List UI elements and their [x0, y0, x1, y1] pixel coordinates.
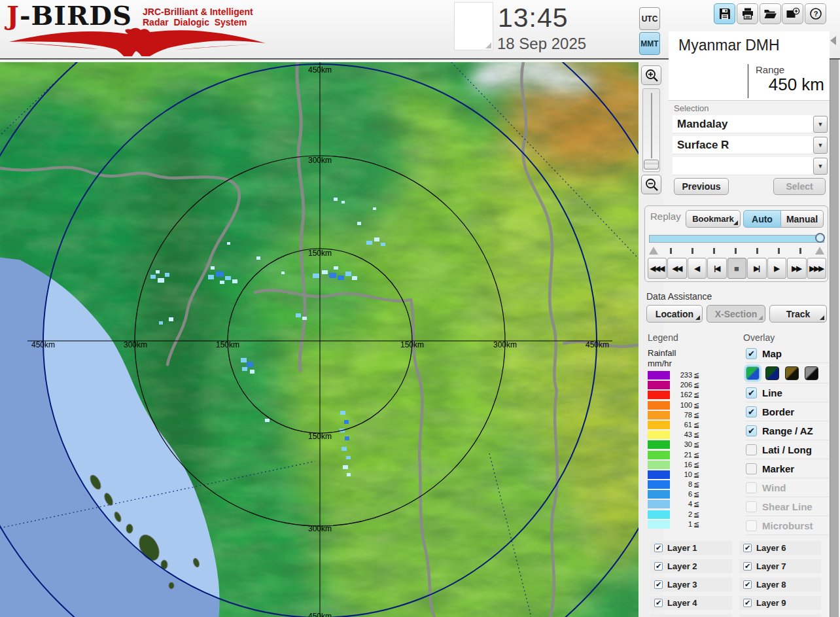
- overlay-item-label: Wind: [762, 482, 786, 493]
- ring-label: 300km: [308, 156, 332, 165]
- checkbox-icon[interactable]: [746, 444, 757, 455]
- zoom-out-button[interactable]: [641, 175, 661, 194]
- previous-button[interactable]: Previous: [674, 178, 729, 195]
- extra-dropdown-button[interactable]: ▼: [813, 158, 828, 175]
- export-image-button[interactable]: [782, 3, 803, 24]
- checkbox-icon[interactable]: ✔: [654, 562, 663, 571]
- selection-field-product[interactable]: Surface R: [673, 136, 814, 154]
- terrain-dark-blue-swatch[interactable]: [765, 366, 779, 380]
- terrain-gray-swatch[interactable]: [805, 366, 818, 380]
- rewind-button[interactable]: ◀◀: [667, 258, 686, 279]
- save-button[interactable]: [714, 3, 735, 24]
- layer-toggle-layer-10[interactable]: ✔Layer 10: [739, 614, 821, 617]
- layer-toggle-layer-4[interactable]: ✔Layer 4: [650, 596, 732, 610]
- terrain-color-swatch[interactable]: [746, 366, 760, 380]
- checkbox-icon[interactable]: [746, 501, 757, 512]
- checkbox-icon[interactable]: ✔: [746, 425, 757, 436]
- mmt-button[interactable]: MMT: [639, 32, 660, 55]
- overlay-options: ✔Map✔Line✔Border✔Range / AZLati / LongMa…: [746, 344, 829, 535]
- checkbox-icon[interactable]: ✔: [743, 599, 752, 607]
- overlay-item-map[interactable]: ✔Map: [746, 344, 829, 363]
- legend-color-swatch: [648, 391, 670, 399]
- selection-field-extra[interactable]: [673, 157, 814, 175]
- zoom-in-button[interactable]: [641, 65, 661, 85]
- replay-timeline-slider[interactable]: [649, 235, 824, 243]
- auto-button[interactable]: Auto: [743, 210, 781, 228]
- play-reverse-button[interactable]: ◀: [688, 258, 707, 279]
- range-end-marker[interactable]: [815, 247, 824, 255]
- xsection-button[interactable]: X-Section: [707, 305, 765, 323]
- product-dropdown-button[interactable]: ▼: [813, 137, 828, 154]
- rain-echo-cell: [338, 275, 344, 280]
- zoom-slider-thumb[interactable]: [644, 160, 659, 169]
- checkbox-icon[interactable]: ✔: [746, 387, 757, 398]
- overlay-item-shear-line[interactable]: Shear Line: [746, 497, 829, 516]
- legend-row: 30≦: [648, 440, 713, 450]
- step-forward-button[interactable]: ▶|: [747, 258, 766, 279]
- print-icon: [741, 7, 754, 20]
- legend-title: Legend: [648, 332, 678, 343]
- rain-echo-cell: [347, 473, 351, 476]
- overlay-item-border[interactable]: ✔Border: [746, 402, 829, 421]
- print-button[interactable]: [737, 3, 758, 24]
- timeline-tick: [713, 248, 715, 254]
- legend-row: 162≦: [648, 390, 713, 400]
- rain-echo-cell: [334, 266, 338, 270]
- manual-button[interactable]: Manual: [781, 210, 824, 228]
- play-button[interactable]: ▶: [767, 258, 786, 279]
- replay-slider-thumb[interactable]: [815, 233, 825, 243]
- bookmark-button[interactable]: Bookmark: [686, 210, 741, 228]
- overlay-item-microburst[interactable]: Microburst: [746, 516, 829, 535]
- checkbox-icon[interactable]: ✔: [743, 544, 752, 552]
- overlay-item-wind[interactable]: Wind: [746, 478, 829, 497]
- checkbox-icon[interactable]: ✔: [743, 580, 752, 589]
- radar-map[interactable]: 450km300km150km150km300km450km450km300km…: [0, 62, 639, 617]
- selection-field-site[interactable]: Mandalay: [673, 115, 814, 133]
- layer-toggle-layer-2[interactable]: ✔Layer 2: [650, 559, 732, 573]
- skip-forward-button[interactable]: ▶▶▶: [807, 258, 826, 279]
- overlay-item-lati-long[interactable]: Lati / Long: [746, 440, 829, 459]
- layer-toggle-layer-7[interactable]: ✔Layer 7: [739, 559, 821, 573]
- utc-button[interactable]: UTC: [639, 7, 660, 30]
- checkbox-icon[interactable]: [746, 520, 757, 531]
- legend-leq-symbol: ≦: [693, 421, 699, 429]
- checkbox-icon[interactable]: [746, 482, 757, 493]
- legend-value: 61: [671, 421, 692, 429]
- zoom-slider-track[interactable]: [642, 88, 660, 172]
- layer-toggle-layer-1[interactable]: ✔Layer 1: [650, 541, 732, 555]
- checkbox-icon[interactable]: ✔: [654, 544, 663, 552]
- rain-echo-cell: [227, 242, 230, 245]
- stop-button[interactable]: ■: [727, 258, 746, 279]
- site-dropdown-button[interactable]: ▼: [813, 116, 828, 133]
- rain-echo-cell: [250, 370, 254, 374]
- range-start-marker[interactable]: [649, 247, 658, 255]
- open-button[interactable]: [760, 3, 781, 24]
- layer-toggle-layer-5[interactable]: ✔Layer 5: [650, 614, 732, 617]
- checkbox-icon[interactable]: [746, 463, 757, 474]
- checkbox-icon[interactable]: ✔: [654, 599, 663, 607]
- layer-toggle-layer-8[interactable]: ✔Layer 8: [739, 578, 821, 591]
- select-button[interactable]: Select: [773, 178, 826, 195]
- rain-echo-cell: [281, 272, 285, 274]
- checkbox-icon[interactable]: ✔: [746, 406, 757, 417]
- layer-toggle-layer-3[interactable]: ✔Layer 3: [650, 578, 732, 591]
- checkbox-icon[interactable]: ✔: [654, 580, 663, 589]
- panel-collapse-arrow-icon[interactable]: [830, 36, 836, 45]
- layer-toggle-layer-9[interactable]: ✔Layer 9: [739, 596, 821, 610]
- help-button[interactable]: ?: [805, 3, 826, 24]
- checkbox-icon[interactable]: ✔: [746, 348, 757, 359]
- overlay-item-marker[interactable]: Marker: [746, 459, 829, 478]
- checkbox-icon[interactable]: ✔: [743, 562, 752, 571]
- track-button[interactable]: Track: [769, 305, 827, 323]
- annotation-box[interactable]: [454, 2, 493, 50]
- overlay-item-line[interactable]: ✔Line: [746, 383, 829, 402]
- layer-toggle-layer-6[interactable]: ✔Layer 6: [739, 541, 821, 555]
- resize-grip-icon[interactable]: [485, 43, 491, 48]
- location-button[interactable]: Location: [646, 305, 703, 323]
- overlay-item-range-az[interactable]: ✔Range / AZ: [746, 421, 829, 440]
- panel-scrollbar[interactable]: [830, 60, 839, 617]
- step-back-button[interactable]: |◀: [707, 258, 726, 279]
- fast-forward-button[interactable]: ▶▶: [787, 258, 806, 279]
- fast-rewind-button[interactable]: ◀◀◀: [648, 258, 667, 279]
- terrain-olive-swatch[interactable]: [785, 366, 799, 380]
